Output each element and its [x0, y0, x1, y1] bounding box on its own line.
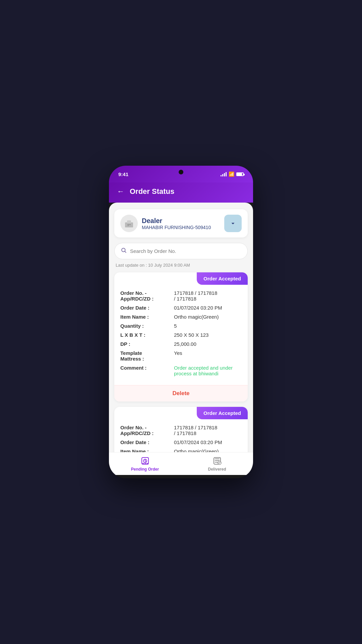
order-row-date-2: Order Date : 01/07/2024 03:20 PM — [120, 439, 242, 445]
order-row-template-1: TemplateMattress : Yes — [120, 350, 242, 362]
order-status-badge-2: Order Accepted — [197, 407, 248, 419]
bottom-nav: Pending Order Delivered — [109, 452, 253, 475]
order-dp-value-1: 25,000.00 — [174, 341, 196, 347]
svg-rect-2 — [128, 224, 129, 226]
time-display: 9:41 — [118, 171, 128, 177]
main-content: Dealer MAHABIR FURNISHING-509410 Last u — [109, 203, 253, 452]
signal-icon — [221, 172, 227, 176]
battery-icon — [236, 172, 244, 176]
page-title: Order Status — [130, 187, 174, 196]
nav-delivered[interactable]: Delivered — [181, 456, 253, 472]
app-header: ← Order Status — [109, 182, 253, 203]
order-row-item-2: Item Name : Ortho magic(Green) — [120, 448, 242, 452]
order-no-label-1: Order No. -App/RDC/ZD : — [120, 290, 174, 302]
pending-order-label: Pending Order — [131, 467, 159, 472]
status-icons: 📶 — [221, 171, 244, 177]
order-date-value-2: 01/07/2024 03:20 PM — [174, 439, 222, 445]
order-qty-value-1: 5 — [174, 323, 177, 329]
order-item-label-1: Item Name : — [120, 314, 174, 320]
order-qty-label-1: Quantity : — [120, 323, 174, 329]
order-card-2: Order Accepted Order No. -App/RDC/ZD : 1… — [114, 407, 248, 452]
order-comment-value-1: Order accepted and under process at bhiw… — [174, 365, 242, 376]
dealer-name: MAHABIR FURNISHING-509410 — [142, 225, 211, 230]
order-row-item-1: Item Name : Ortho magic(Green) — [120, 314, 242, 320]
order-row-lxbxt-1: L X B X T : 250 X 50 X 123 — [120, 332, 242, 338]
nav-pending-order[interactable]: Pending Order — [109, 456, 181, 472]
order-card-2-body: Order No. -App/RDC/ZD : 1717818 / 171781… — [114, 419, 248, 452]
order-row-number-2: Order No. -App/RDC/ZD : 1717818 / 171781… — [120, 425, 242, 436]
svg-point-7 — [142, 463, 144, 464]
order-card-1-header: Order Accepted — [114, 272, 248, 285]
order-card-2-header: Order Accepted — [114, 407, 248, 419]
dealer-dropdown-button[interactable] — [224, 215, 242, 232]
dealer-label: Dealer — [142, 217, 211, 225]
search-input[interactable] — [130, 248, 241, 254]
order-lxbxt-value-1: 250 X 50 X 123 — [174, 332, 208, 338]
search-bar — [114, 243, 248, 259]
svg-rect-3 — [129, 224, 131, 225]
dealer-card: Dealer MAHABIR FURNISHING-509410 — [114, 209, 248, 237]
dealer-avatar — [120, 215, 138, 232]
delete-button-1[interactable]: Delete — [172, 390, 189, 397]
delete-section-1: Delete — [114, 385, 248, 401]
svg-point-8 — [144, 463, 146, 464]
order-no-value-1: 1717818 / 1717818/ 1717818 — [174, 290, 217, 302]
dealer-info-left: Dealer MAHABIR FURNISHING-509410 — [120, 215, 211, 232]
order-card-1: Order Accepted Order No. -App/RDC/ZD : 1… — [114, 272, 248, 401]
order-comment-label-1: Comment : — [120, 365, 174, 371]
order-dp-label-1: DP : — [120, 341, 174, 347]
pending-order-icon — [140, 456, 150, 466]
phone-frame: 9:41 📶 ← Order Status — [109, 166, 253, 478]
order-item-value-1: Ortho magic(Green) — [174, 314, 219, 320]
order-template-value-1: Yes — [174, 350, 182, 356]
order-row-date-1: Order Date : 01/07/2024 03:20 PM — [120, 305, 242, 311]
order-date-value-1: 01/07/2024 03:20 PM — [174, 305, 222, 311]
order-date-label-1: Order Date : — [120, 305, 174, 311]
camera-notch — [179, 170, 183, 174]
order-date-label-2: Order Date : — [120, 439, 174, 445]
svg-rect-1 — [127, 220, 131, 223]
order-item-label-2: Item Name : — [120, 448, 174, 452]
order-row-number-1: Order No. -App/RDC/ZD : 1717818 / 171781… — [120, 290, 242, 302]
order-row-qty-1: Quantity : 5 — [120, 323, 242, 329]
order-template-label-1: TemplateMattress : — [120, 350, 174, 362]
order-row-dp-1: DP : 25,000.00 — [120, 341, 242, 347]
svg-point-9 — [146, 463, 148, 464]
delivered-icon — [213, 456, 222, 466]
order-item-value-2: Ortho magic(Green) — [174, 448, 219, 452]
last-update-text: Last update on : 10 July 2024 9:00 AM — [114, 263, 248, 268]
dealer-text-info: Dealer MAHABIR FURNISHING-509410 — [142, 217, 211, 230]
order-status-badge-1: Order Accepted — [197, 272, 248, 285]
back-button[interactable]: ← — [117, 187, 124, 196]
order-lxbxt-label-1: L X B X T : — [120, 332, 174, 338]
order-no-label-2: Order No. -App/RDC/ZD : — [120, 425, 174, 436]
order-row-comment-1: Comment : Order accepted and under proce… — [120, 365, 242, 376]
order-no-value-2: 1717818 / 1717818/ 1717818 — [174, 425, 217, 436]
delivered-label: Delivered — [208, 467, 226, 472]
wifi-icon: 📶 — [229, 171, 234, 177]
order-card-1-body: Order No. -App/RDC/ZD : 1717818 / 171781… — [114, 285, 248, 385]
search-icon — [121, 247, 127, 255]
